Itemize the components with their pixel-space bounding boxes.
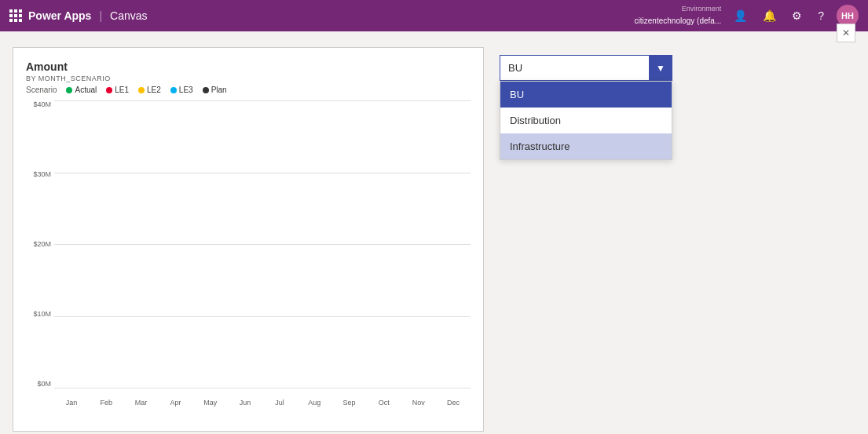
y-label: $40M [33, 100, 51, 108]
y-label: $0M [37, 380, 51, 388]
chart-container: Amount BY MONTH_SCENARIO Scenario Actual… [13, 47, 484, 432]
y-label: $10M [33, 310, 51, 318]
x-label: Feb [89, 399, 123, 407]
chart-area [54, 100, 471, 388]
x-label: Jan [54, 399, 89, 407]
environment-label: Environment [635, 5, 722, 13]
x-label: Nov [401, 399, 436, 407]
dropdown-arrow-icon[interactable]: ▼ [649, 55, 672, 81]
topbar-left: Power Apps | Canvas [9, 9, 148, 22]
environment-info: Environment citizentechnology (defa... [635, 5, 722, 27]
legend-dot [138, 87, 145, 93]
legend-dot [106, 87, 112, 93]
close-icon: ✕ [842, 27, 850, 38]
x-label: Sep [331, 399, 366, 407]
y-label: $30M [33, 170, 51, 178]
x-label: Mar [123, 399, 158, 407]
topbar-logo: Power Apps | Canvas [28, 9, 148, 22]
dropdown-selected-value: BU [508, 62, 522, 74]
legend-scenario-label: Scenario [26, 86, 57, 94]
help-icon[interactable]: ? [815, 6, 827, 25]
right-panel: BU ▼ BUDistributionInfrastructure [500, 47, 672, 81]
legend-dot [170, 87, 177, 93]
legend-item-plan: Plan [203, 86, 227, 94]
legend-item-le1: LE1 [106, 86, 129, 94]
waffle-icon[interactable] [9, 9, 22, 22]
y-axis: $40M$30M$20M$10M$0M [26, 100, 54, 388]
topbar-separator: | [99, 9, 102, 22]
legend-dot [66, 87, 72, 93]
legend-label: LE2 [147, 86, 161, 94]
bell-icon[interactable]: 🔔 [760, 6, 779, 25]
bar-chart: $40M$30M$20M$10M$0M JanFebMarAprMayJunJu… [26, 100, 471, 407]
legend-label: LE1 [115, 86, 129, 94]
x-label: Jul [262, 399, 297, 407]
gridline [54, 388, 471, 388]
legend-label: Actual [75, 86, 97, 94]
legend-item-le2: LE2 [138, 86, 161, 94]
chart-legend: Scenario ActualLE1LE2LE3Plan [26, 86, 471, 94]
y-label: $20M [33, 240, 51, 248]
topbar-right: Environment citizentechnology (defa... 👤… [635, 5, 859, 27]
app-name: Power Apps [28, 9, 91, 22]
x-label: May [193, 399, 228, 407]
legend-label: Plan [211, 86, 227, 94]
dropdown-option-distribution[interactable]: Distribution [500, 108, 672, 133]
x-label: Aug [297, 399, 331, 407]
legend-dot [203, 87, 209, 93]
chart-subtitle: BY MONTH_SCENARIO [26, 75, 471, 82]
settings-icon[interactable]: ⚙ [789, 6, 805, 25]
topbar: Power Apps | Canvas Environment citizent… [0, 0, 868, 31]
x-label: Dec [436, 399, 471, 407]
x-label: Jun [228, 399, 262, 407]
x-label: Oct [367, 399, 401, 407]
legend-item-le3: LE3 [170, 86, 193, 94]
chart-title: Amount [26, 60, 471, 73]
dropdown-option-infrastructure[interactable]: Infrastructure [500, 133, 672, 159]
x-label: Apr [159, 399, 193, 407]
canvas-label: Canvas [110, 9, 147, 22]
legend-label: LE3 [179, 86, 193, 94]
legend-item-actual: Actual [66, 86, 97, 94]
dropdown-option-bu[interactable]: BU [500, 82, 672, 108]
environment-name: citizentechnology (defa... [635, 16, 722, 25]
person-icon[interactable]: 👤 [731, 6, 750, 25]
dropdown-trigger[interactable]: BU ▼ [500, 55, 672, 81]
main-content: Amount BY MONTH_SCENARIO Scenario Actual… [0, 31, 868, 434]
dropdown-menu: BUDistributionInfrastructure [500, 81, 672, 160]
dropdown-wrapper: BU ▼ BUDistributionInfrastructure [500, 55, 672, 81]
x-labels: JanFebMarAprMayJunJulAugSepOctNovDec [54, 399, 471, 407]
close-button[interactable]: ✕ [837, 24, 855, 42]
